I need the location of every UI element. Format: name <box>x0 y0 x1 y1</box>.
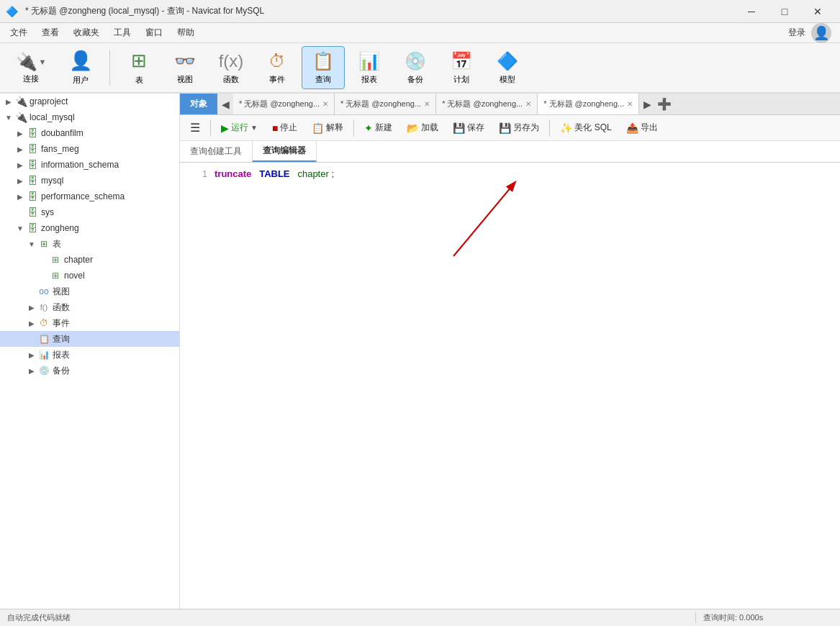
new-button[interactable]: ✦ 新建 <box>358 119 398 136</box>
code-editor[interactable]: 1 truncate TABLE chapter ; <box>180 163 840 609</box>
query-tab-2-close[interactable]: ✕ <box>424 100 430 108</box>
arrow-performance-schema: ▶ <box>14 193 26 201</box>
line-number-1: 1 <box>186 169 207 179</box>
connect-button[interactable]: 🔌 ▼ 连接 <box>6 46 56 89</box>
menu-button[interactable]: ☰ <box>184 119 206 137</box>
sidebar-item-tables-group[interactable]: ▼ ⊞ 表 <box>0 236 179 252</box>
label-sys: sys <box>41 207 54 217</box>
sidebar-item-doubanfilm[interactable]: ▶ 🗄 doubanfilm <box>0 125 179 141</box>
sidebar-item-backups-group[interactable]: ▶ 💿 备份 <box>0 363 179 378</box>
sidebar-item-graproject[interactable]: ▶ 🔌 graproject <box>0 94 179 109</box>
sidebar-item-novel[interactable]: ▶ ⊞ novel <box>0 268 179 283</box>
title-bar-left: 🔷 * 无标题 @zongheng (local_mysql) - 查询 - N… <box>6 5 264 17</box>
object-tab[interactable]: 对象 <box>180 94 217 114</box>
menu-bar: 文件 查看 收藏夹 工具 窗口 帮助 登录 👤 <box>0 23 840 43</box>
backup-button[interactable]: 💿 备份 <box>394 46 437 89</box>
sidebar-item-mysql[interactable]: ▶ 🗄 mysql <box>0 173 179 189</box>
maximize-button[interactable]: □ <box>768 0 801 23</box>
query-tab-4-label: * 无标题 @zongheng... <box>543 99 624 109</box>
toolbar-sep-1 <box>109 50 110 86</box>
save-as-button[interactable]: 💾 另存为 <box>493 119 545 136</box>
load-button[interactable]: 📂 加载 <box>401 119 444 136</box>
minimize-button[interactable]: ─ <box>735 0 768 23</box>
sub-tab-builder[interactable]: 查询创建工具 <box>180 141 253 162</box>
conn-icon-local-mysql: 🔌 <box>14 112 27 123</box>
sidebar-item-sys[interactable]: ▶ 🗄 sys <box>0 204 179 220</box>
sidebar-item-zongheng[interactable]: ▼ 🗄 zongheng <box>0 220 179 236</box>
model-label: 模型 <box>500 74 515 85</box>
arrow-reports-group: ▶ <box>26 351 37 359</box>
schedule-button[interactable]: 📅 计划 <box>440 46 483 89</box>
backup-group-icon: 💿 <box>37 366 50 376</box>
label-reports-group: 报表 <box>53 349 70 361</box>
tab-more-button[interactable]: ▶ <box>639 94 655 114</box>
tab-prev-button[interactable]: ◀ <box>217 94 233 114</box>
beautify-button[interactable]: ✨ 美化 SQL <box>554 119 617 136</box>
main-container: ▶ 🔌 graproject ▼ 🔌 local_mysql ▶ 🗄 douba… <box>0 94 840 609</box>
menu-view[interactable]: 查看 <box>35 24 66 42</box>
sidebar-item-fans-meg[interactable]: ▶ 🗄 fans_meg <box>0 141 179 157</box>
menu-favorites[interactable]: 收藏夹 <box>66 24 107 42</box>
view-button[interactable]: 👓 视图 <box>163 46 207 89</box>
status-left-text: 自动完成代码就绪 <box>7 613 71 622</box>
db-icon-sys: 🗄 <box>26 207 39 218</box>
db-icon-fans-meg: 🗄 <box>26 143 39 155</box>
query-tab-4-close[interactable]: ✕ <box>627 100 633 108</box>
tab-add-button[interactable]: ➕ <box>655 94 674 114</box>
user-button[interactable]: 👤 用户 <box>59 46 102 89</box>
event-group-icon: ⏱ <box>37 318 50 328</box>
code-content-1: truncate TABLE chapter ; <box>214 168 334 179</box>
login-button[interactable]: 登录 <box>788 27 805 39</box>
sub-tab-editor[interactable]: 查询编辑器 <box>253 141 317 162</box>
sidebar-item-events-group[interactable]: ▶ ⏱ 事件 <box>0 315 179 331</box>
sidebar-item-chapter[interactable]: ▶ ⊞ chapter <box>0 252 179 268</box>
query-tab-4[interactable]: * 无标题 @zongheng... ✕ <box>538 94 639 114</box>
explain-button[interactable]: 📋 解释 <box>306 119 349 136</box>
query-tab-3[interactable]: * 无标题 @zongheng... ✕ <box>436 94 538 114</box>
conn-icon-graproject: 🔌 <box>14 96 27 107</box>
sidebar-item-reports-group[interactable]: ▶ 📊 报表 <box>0 347 179 363</box>
label-graproject: graproject <box>30 96 68 106</box>
query-toolbar: ☰ ▶ 运行 ▼ ■ 停止 📋 解释 ✦ 新建 📂 <box>180 115 840 141</box>
sidebar-item-views-group[interactable]: ▶ oo 视图 <box>0 283 179 299</box>
arrow-local-mysql: ▼ <box>3 114 14 122</box>
sidebar-item-local-mysql[interactable]: ▼ 🔌 local_mysql <box>0 109 179 125</box>
sub-tab-bar: 查询创建工具 查询编辑器 <box>180 141 840 163</box>
export-button[interactable]: 📤 导出 <box>620 119 664 136</box>
stop-button[interactable]: ■ 停止 <box>266 119 303 136</box>
arrow-backups-group: ▶ <box>26 367 37 375</box>
run-button[interactable]: ▶ 运行 ▼ <box>215 119 263 136</box>
label-events-group: 事件 <box>53 317 70 330</box>
menu-help[interactable]: 帮助 <box>170 24 202 42</box>
function-button[interactable]: f(x) 函数 <box>209 46 253 89</box>
query-tab-3-label: * 无标题 @zongheng... <box>442 99 523 109</box>
kw-chapter: chapter <box>297 168 328 179</box>
sidebar-item-performance-schema[interactable]: ▶ 🗄 performance_schema <box>0 189 179 204</box>
sidebar-item-information-schema[interactable]: ▶ 🗄 information_schema <box>0 157 179 173</box>
arrow-funcs-group: ▶ <box>26 304 37 312</box>
query-tab-3-close[interactable]: ✕ <box>525 100 531 108</box>
event-button[interactable]: ⏱ 事件 <box>256 46 299 89</box>
sidebar-item-funcs-group[interactable]: ▶ f() 函数 <box>0 299 179 315</box>
save-button[interactable]: 💾 保存 <box>447 119 490 136</box>
sidebar-item-queries-group[interactable]: ▶ 📋 查询 <box>0 331 179 347</box>
arrow-graproject: ▶ <box>3 98 14 106</box>
query-button[interactable]: 📋 查询 <box>302 46 345 89</box>
new-label: 新建 <box>375 122 392 134</box>
close-button[interactable]: ✕ <box>801 0 834 23</box>
query-tab-1-close[interactable]: ✕ <box>322 100 328 108</box>
backup-label: 备份 <box>407 74 423 85</box>
label-backups-group: 备份 <box>53 365 70 377</box>
menu-file[interactable]: 文件 <box>3 24 35 42</box>
menu-bar-right: 登录 👤 <box>788 23 837 43</box>
report-button[interactable]: 📊 报表 <box>348 46 391 89</box>
model-button[interactable]: 🔷 模型 <box>486 46 529 89</box>
query-tab-2[interactable]: * 无标题 @zongheng... ✕ <box>335 94 436 114</box>
menu-tools[interactable]: 工具 <box>107 24 138 42</box>
query-tab-1[interactable]: * 无标题 @zongheng... ✕ <box>233 94 335 114</box>
label-fans-meg: fans_meg <box>41 144 79 154</box>
table-icon-novel: ⊞ <box>49 271 62 281</box>
table-button[interactable]: ⊞ 表 <box>117 46 161 89</box>
menu-window[interactable]: 窗口 <box>138 24 170 42</box>
schedule-label: 计划 <box>453 74 469 85</box>
